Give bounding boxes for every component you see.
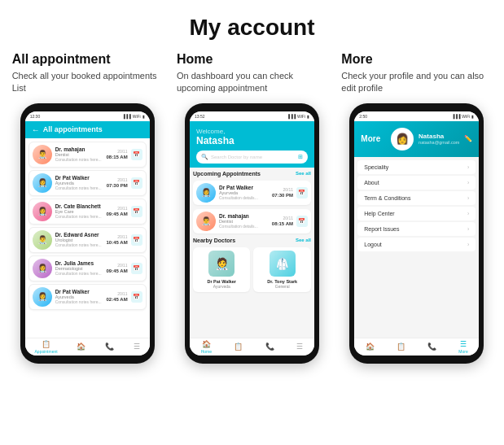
appointments-list: 👨‍⚕️ Dr. mahajan Dentist Consultation no… — [25, 138, 150, 338]
calendar-icon[interactable]: 📅 — [131, 206, 142, 217]
nav-menu[interactable]: ☰ More — [458, 340, 467, 354]
appt-info: Dr. mahajan Dentist Consultation notes h… — [55, 146, 103, 162]
calendar-icon[interactable]: 📅 — [131, 234, 142, 246]
phone1-time: 12:30 — [30, 114, 41, 119]
phone-nav-icon: 📞 — [427, 342, 436, 351]
appt-time-col: 20/11 07:30 PM — [107, 177, 128, 188]
phone1-bottom-nav: 📋 Appointment 🏠 📞 ☰ — [25, 338, 150, 356]
calendar-icon[interactable]: 📅 — [131, 291, 142, 303]
nav-home[interactable]: 🏠 Home — [201, 340, 212, 354]
nearby-title: Nearby Doctors — [193, 238, 235, 243]
doctor-card[interactable]: 🥼 Dr. Tony Stark General — [253, 247, 311, 292]
user-avatar: 👩 — [391, 128, 414, 151]
phone2-body: Upcoming Appointments See all 👩‍⚕️ Dr Pa… — [190, 168, 314, 338]
filter-icon[interactable]: ⊞ — [298, 154, 303, 160]
menu-label: Help Center — [364, 211, 394, 216]
appt-info: Dr Pat Walker Ayurveda Consultation note… — [55, 289, 103, 304]
appt-desc: Consultation notes here... — [55, 185, 103, 190]
nav-menu[interactable]: ☰ — [296, 342, 303, 351]
user-name-label: Natasha — [196, 135, 308, 146]
appointment-card[interactable]: 👨‍⚕️ Dr. Edward Asner Urologist Consulta… — [28, 227, 147, 253]
calendar-icon[interactable]: 📅 — [131, 263, 142, 274]
appt-time-col: 20/11 07:30 PM — [272, 187, 293, 198]
appt-info: Dr. Julia James Dermatologist Consultati… — [55, 260, 103, 276]
search-bar[interactable]: 🔍 Search Doctor by name ⊞ — [196, 151, 308, 164]
menu-item-report[interactable]: Report Issues › — [357, 222, 476, 236]
calendar-icon[interactable]: 📅 — [131, 149, 142, 160]
appt-info: Dr Pat Walker Ayurveda Consultation note… — [55, 175, 103, 190]
nav-label: Appointment — [35, 349, 58, 354]
col2-title: Home — [177, 52, 213, 67]
phone3-status-bar: 2:50 ▐▐▐ WiFi ▮ — [354, 111, 479, 121]
avatar: 👩‍⚕️ — [33, 287, 52, 307]
nearby-see-all[interactable]: See all — [296, 238, 311, 242]
doctor-card[interactable]: 🧑‍⚕️ Dr Pat Walker Ayurveda — [193, 247, 251, 292]
appt-name: Dr Pat Walker — [55, 175, 103, 181]
nav-phone[interactable]: 📞 — [265, 342, 274, 351]
nav-appt[interactable]: 📋 — [397, 342, 405, 351]
upcoming-see-all[interactable]: See all — [296, 171, 311, 176]
upcoming-card[interactable]: 👩‍⚕️ Dr Pat Walker Ayurveda Consultation… — [193, 181, 311, 205]
col3-desc: Check your profile and you can also edit… — [341, 70, 492, 95]
chevron-right-icon: › — [467, 211, 469, 216]
appointment-card[interactable]: 👩‍⚕️ Dr. Cate Blanchett Eye Care Consult… — [28, 199, 147, 225]
nav-menu[interactable]: ☰ — [134, 342, 140, 351]
menu-item-logout[interactable]: Logout › — [357, 238, 476, 251]
appt-info: Dr Pat Walker Ayurveda Consultation deta… — [219, 185, 269, 200]
wifi-icon: WiFi — [462, 114, 470, 119]
appt-name: Dr. Julia James — [55, 260, 103, 266]
upcoming-card[interactable]: 👨‍⚕️ Dr. mahajan Dentist Consultation de… — [193, 209, 311, 233]
chevron-right-icon: › — [467, 164, 469, 170]
nav-home[interactable]: 🏠 — [366, 342, 375, 351]
nav-appt[interactable]: 📋 — [234, 342, 243, 351]
appointment-card[interactable]: 👩‍⚕️ Dr Pat Walker Ayurveda Consultation… — [28, 170, 147, 196]
chevron-right-icon: › — [467, 195, 469, 201]
col1-title: All appointment — [12, 52, 111, 67]
back-arrow-icon[interactable]: ← — [32, 125, 40, 134]
appt-date: 20/11 — [117, 177, 128, 182]
menu-item-speciality[interactable]: Speciality › — [357, 160, 476, 174]
nav-home[interactable]: 🏠 — [77, 342, 85, 351]
menu-item-about[interactable]: About › — [357, 176, 476, 190]
phone2-status-bar: 13:52 ▐▐▐ WiFi ▮ — [190, 111, 314, 121]
menu-nav-icon: ☰ — [134, 342, 140, 351]
nav-phone[interactable]: 📞 — [105, 342, 114, 351]
edit-icon[interactable]: ✏️ — [464, 135, 472, 142]
col-home: Home On dashboard you can check upcoming… — [177, 52, 327, 364]
battery-icon: ▮ — [307, 114, 309, 119]
appt-name: Dr. mahajan — [219, 213, 269, 219]
calendar-icon[interactable]: 📅 — [296, 216, 308, 227]
calendar-icon[interactable]: 📅 — [131, 177, 142, 189]
appt-desc: Consultation notes here... — [55, 157, 103, 162]
appt-time-col: 20/11 08:15 AM — [272, 216, 293, 226]
appointment-card[interactable]: 👩‍⚕️ Dr Pat Walker Ayurveda Consultation… — [28, 284, 147, 310]
phone3-header-title: More — [361, 134, 380, 143]
menu-label: Report Issues — [364, 226, 399, 232]
home-nav-icon: 🏠 — [77, 342, 85, 351]
avatar: 👩‍⚕️ — [33, 259, 52, 278]
appointment-card[interactable]: 👨‍⚕️ Dr. mahajan Dentist Consultation no… — [28, 142, 147, 168]
calendar-icon[interactable]: 📅 — [296, 187, 308, 199]
doctor-photo: 🧑‍⚕️ — [208, 251, 234, 277]
chevron-right-icon: › — [467, 242, 469, 247]
wifi-icon: WiFi — [297, 114, 305, 119]
menu-label: Term & Conditions — [364, 195, 410, 201]
nav-phone[interactable]: 📞 — [427, 342, 436, 351]
col1-desc: Check all your booked appointments List — [12, 70, 163, 95]
appt-date: 20/11 — [283, 216, 293, 220]
page-title: My account — [0, 0, 504, 52]
menu-nav-icon: ☰ — [460, 340, 467, 348]
appt-time: 08:15 AM — [272, 221, 293, 226]
signal-icon: ▐▐▐ — [452, 114, 461, 119]
appt-desc: Consultation notes here... — [55, 271, 103, 276]
phone1-header: ← All appointments — [25, 121, 150, 138]
col3-title: More — [341, 52, 372, 67]
nav-appointment[interactable]: 📋 Appointment — [35, 340, 58, 354]
appt-time: 10:45 AM — [107, 240, 128, 245]
appt-desc: Consultation details... — [219, 224, 269, 229]
search-placeholder: Search Doctor by name — [211, 155, 296, 159]
menu-item-terms[interactable]: Term & Conditions › — [357, 191, 476, 205]
avatar: 👨‍⚕️ — [33, 230, 52, 250]
menu-item-help[interactable]: Help Center › — [357, 207, 476, 220]
appointment-card[interactable]: 👩‍⚕️ Dr. Julia James Dermatologist Consu… — [28, 255, 147, 281]
